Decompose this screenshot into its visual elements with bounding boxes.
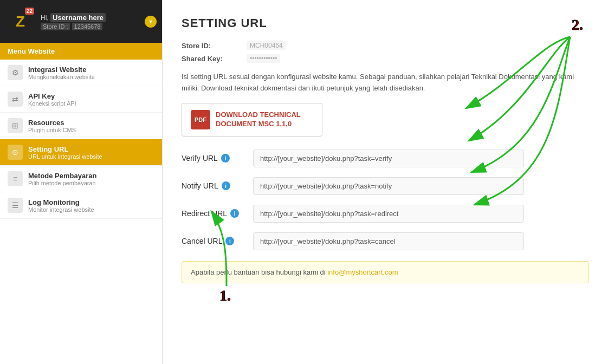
url-row-notify: Notify URL i bbox=[182, 177, 589, 195]
sidebar-item-label: Integrasi Website bbox=[28, 66, 95, 74]
sidebar-item-label: Setting URL bbox=[28, 145, 102, 153]
sidebar-item-sublabel: Plugin untuk CMS bbox=[28, 127, 76, 133]
sidebar: 22 Z Hi, Username here Store ID : 123456… bbox=[0, 0, 163, 364]
cancel-url-input[interactable] bbox=[253, 232, 524, 250]
payment-icon: ≡ bbox=[8, 171, 23, 186]
api-icon: ⇄ bbox=[8, 92, 23, 107]
notification-badge: 22 bbox=[25, 8, 34, 15]
sidebar-item-api-key[interactable]: ⇄ API Key Koneksi script API bbox=[0, 86, 162, 113]
store-id-value: MCH00464 bbox=[247, 41, 286, 50]
shared-key-label: Shared Key: bbox=[182, 55, 247, 63]
store-info: Store ID : 12345678 bbox=[41, 23, 139, 30]
verify-url-label: Verify URL i bbox=[182, 154, 247, 162]
username-label: Username here bbox=[50, 13, 106, 22]
pdf-icon: PDF bbox=[191, 110, 210, 129]
shared-key-value: •••••••••••• bbox=[247, 54, 280, 63]
verify-info-icon[interactable]: i bbox=[221, 154, 230, 162]
setting-url-icon: ⊙ bbox=[8, 145, 23, 160]
page-title: SETTING URL bbox=[182, 16, 589, 30]
menu-label: Menu Website bbox=[0, 43, 162, 60]
sidebar-logo: 22 Z bbox=[5, 6, 35, 36]
sidebar-item-log[interactable]: ☰ Log Monitoring Monitor integrasi websi… bbox=[0, 192, 162, 219]
notify-url-input[interactable] bbox=[253, 177, 524, 195]
sidebar-item-setting-url[interactable]: ⊙ Setting URL URL untuk integrasi websit… bbox=[0, 139, 162, 166]
cancel-url-label: Cancel URL i bbox=[182, 237, 247, 245]
sidebar-item-label: Resources bbox=[28, 119, 76, 127]
help-email-link[interactable]: info@myshortcart.com bbox=[327, 268, 398, 276]
sidebar-item-label: Metode Pembayaran bbox=[28, 172, 96, 180]
gear-icon: ⚙ bbox=[8, 65, 23, 80]
description-text: Isi setting URL sesuai dengan konfiguras… bbox=[182, 72, 589, 94]
notify-info-icon[interactable]: i bbox=[222, 181, 230, 190]
sidebar-item-metode[interactable]: ≡ Metode Pembayaran Pilih metode pembaya… bbox=[0, 166, 162, 192]
shared-key-row: Shared Key: •••••••••••• bbox=[182, 54, 589, 63]
resources-icon: ⊞ bbox=[8, 118, 23, 133]
cancel-info-icon[interactable]: i bbox=[225, 237, 234, 245]
verify-url-input[interactable] bbox=[253, 150, 524, 167]
log-icon: ☰ bbox=[8, 198, 23, 213]
download-label: DOWNLOAD TECHNICAL DOCUMENT MSC 1,1,0 bbox=[216, 110, 301, 129]
download-button[interactable]: PDF DOWNLOAD TECHNICAL DOCUMENT MSC 1,1,… bbox=[182, 103, 322, 136]
notify-url-label: Notify URL i bbox=[182, 181, 247, 190]
logo-icon: Z bbox=[16, 14, 25, 29]
sidebar-item-resources[interactable]: ⊞ Resources Plugin untuk CMS bbox=[0, 113, 162, 139]
url-row-verify: Verify URL i bbox=[182, 150, 589, 167]
sidebar-item-integrasi[interactable]: ⚙ Integrasi Website Mengkoneksikan websi… bbox=[0, 60, 162, 86]
sidebar-item-sublabel: Monitor integrasi website bbox=[28, 206, 94, 213]
redirect-url-input[interactable] bbox=[253, 205, 524, 223]
store-id-row: Store ID: MCH00464 bbox=[182, 41, 589, 50]
redirect-info-icon[interactable]: i bbox=[230, 209, 239, 218]
sidebar-item-sublabel: Koneksi script API bbox=[28, 100, 76, 107]
sidebar-item-sublabel: Mengkoneksikan website bbox=[28, 74, 95, 80]
sidebar-item-label: Log Monitoring bbox=[28, 198, 94, 206]
svg-text:1.: 1. bbox=[219, 287, 231, 304]
url-row-redirect: Redirect URL i bbox=[182, 205, 589, 223]
store-id-label: Store ID: bbox=[182, 42, 247, 50]
sidebar-header: 22 Z Hi, Username here Store ID : 123456… bbox=[0, 0, 162, 43]
main-content: SETTING URL Store ID: MCH00464 Shared Ke… bbox=[163, 0, 608, 364]
chevron-down-icon[interactable]: ▾ bbox=[145, 16, 157, 28]
url-row-cancel: Cancel URL i bbox=[182, 232, 589, 250]
sidebar-item-sublabel: Pilih metode pembayaran bbox=[28, 180, 96, 186]
sidebar-item-sublabel: URL untuk integrasi website bbox=[28, 153, 102, 160]
url-fields: Verify URL iNotify URL iRedirect URL iCa… bbox=[182, 150, 589, 250]
help-banner: Apabila perlu bantuan bisa hubungi kami … bbox=[182, 261, 589, 283]
sidebar-item-label: API Key bbox=[28, 92, 76, 100]
redirect-url-label: Redirect URL i bbox=[182, 209, 247, 218]
user-info: Hi, Username here Store ID : 12345678 bbox=[41, 13, 139, 30]
greeting-text: Hi, Username here bbox=[41, 13, 139, 22]
